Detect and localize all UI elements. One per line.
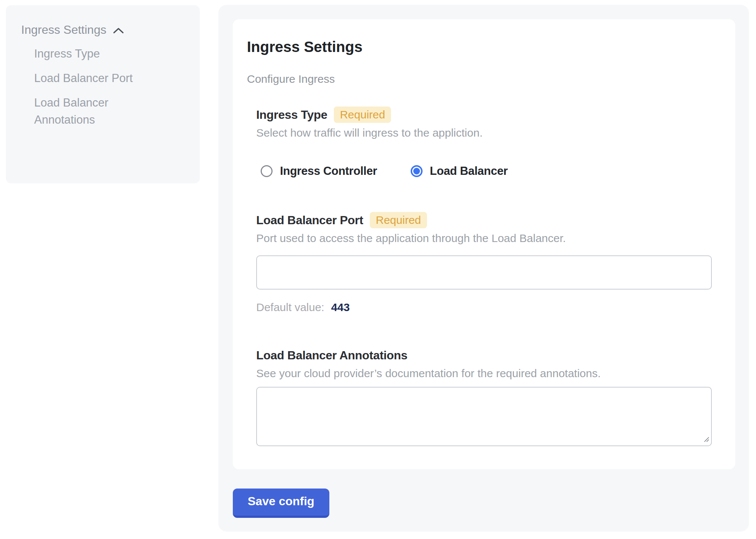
ingress-settings-card: Ingress Settings Configure Ingress Ingre… bbox=[233, 19, 735, 469]
settings-panel: Ingress Settings Configure Ingress Ingre… bbox=[218, 5, 749, 532]
ingress-type-label: Ingress Type bbox=[256, 108, 327, 122]
radio-label-load-balancer: Load Balancer bbox=[430, 164, 508, 178]
field-label-row: Load Balancer Port Required bbox=[256, 212, 712, 229]
required-badge: Required bbox=[334, 107, 391, 123]
field-load-balancer-annotations: Load Balancer Annotations See your cloud… bbox=[256, 347, 712, 446]
sidebar-item-load-balancer-port[interactable]: Load Balancer Port bbox=[34, 70, 151, 87]
radio-selected-icon[interactable] bbox=[411, 165, 423, 177]
ingress-type-radio-group: Ingress Controller Load Balancer bbox=[261, 163, 712, 180]
sidebar-item-load-balancer-annotations[interactable]: Load Balancer Annotations bbox=[34, 94, 151, 128]
save-config-button[interactable]: Save config bbox=[233, 489, 329, 518]
ingress-type-description: Select how traffic will ingress to the a… bbox=[256, 125, 712, 140]
default-value-label: Default value: bbox=[256, 301, 324, 313]
default-value-row: Default value: 443 bbox=[256, 300, 712, 315]
field-label-row: Ingress Type Required bbox=[256, 106, 712, 123]
sidebar-section-label: Ingress Settings bbox=[21, 23, 106, 37]
load-balancer-port-label: Load Balancer Port bbox=[256, 213, 363, 227]
page-title: Ingress Settings bbox=[247, 38, 712, 56]
sidebar-item-ingress-type[interactable]: Ingress Type bbox=[34, 45, 151, 62]
textarea-wrapper bbox=[256, 387, 712, 446]
form-sections: Ingress Type Required Select how traffic… bbox=[256, 106, 712, 446]
page-subtitle: Configure Ingress bbox=[247, 73, 712, 85]
load-balancer-annotations-label: Load Balancer Annotations bbox=[256, 349, 407, 362]
load-balancer-annotations-description: See your cloud provider’s documentation … bbox=[256, 366, 712, 381]
resize-handle-icon[interactable] bbox=[703, 436, 710, 444]
radio-label-ingress-controller: Ingress Controller bbox=[280, 164, 377, 178]
field-label-row: Load Balancer Annotations bbox=[256, 347, 712, 364]
radio-unselected-icon[interactable] bbox=[261, 165, 273, 177]
radio-option-ingress-controller[interactable]: Ingress Controller bbox=[261, 164, 377, 178]
field-load-balancer-port: Load Balancer Port Required Port used to… bbox=[256, 212, 712, 315]
field-ingress-type: Ingress Type Required Select how traffic… bbox=[256, 106, 712, 180]
chevron-up-icon bbox=[113, 27, 124, 34]
sidebar-item-list: Ingress Type Load Balancer Port Load Bal… bbox=[21, 45, 189, 128]
load-balancer-port-input[interactable] bbox=[256, 255, 712, 290]
radio-option-load-balancer[interactable]: Load Balancer bbox=[411, 164, 508, 178]
required-badge: Required bbox=[370, 212, 427, 228]
load-balancer-port-description: Port used to access the application thro… bbox=[256, 231, 712, 246]
settings-nav-sidebar: Ingress Settings Ingress Type Load Balan… bbox=[6, 5, 200, 183]
sidebar-section-ingress-settings[interactable]: Ingress Settings bbox=[21, 22, 189, 38]
load-balancer-annotations-textarea[interactable] bbox=[256, 387, 712, 446]
default-value-number: 443 bbox=[331, 301, 350, 313]
